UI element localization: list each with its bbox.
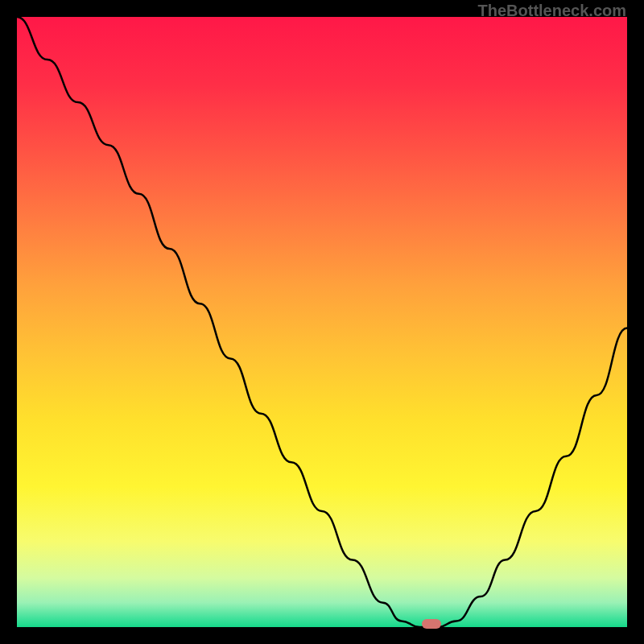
watermark-text: TheBottleneck.com xyxy=(478,2,626,20)
chart-container: TheBottleneck.com xyxy=(0,0,644,644)
chart-svg xyxy=(17,17,627,627)
optimal-marker xyxy=(422,619,441,629)
plot-area xyxy=(17,17,627,627)
gradient-background xyxy=(17,17,627,627)
